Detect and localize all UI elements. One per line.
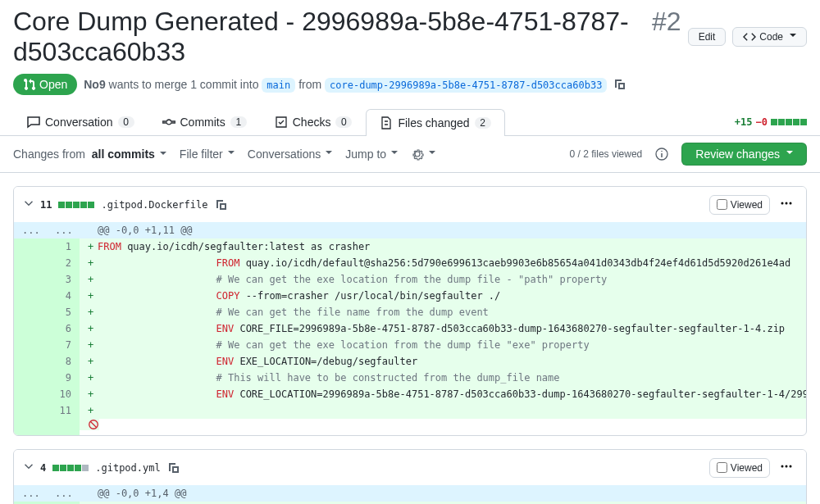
- line-number-old[interactable]: [14, 304, 47, 320]
- expand-hunk[interactable]: ...: [14, 485, 47, 502]
- code-line: + # We can get the exe location from the…: [80, 271, 806, 288]
- file-diffstat-blocks: [52, 465, 89, 471]
- line-number-new[interactable]: 10: [47, 386, 80, 402]
- kebab-icon: [780, 197, 793, 210]
- svg-point-2: [786, 202, 788, 205]
- hunk-header: @@ -0,0 +1,4 @@: [80, 485, 806, 502]
- file-diff: 4.gitpod.yml Viewed......@@ -0,0 +1,4 @@…: [13, 449, 807, 504]
- tab-checks[interactable]: Checks 0: [261, 108, 367, 135]
- file-header: 11.gitpod.Dockerfile Viewed: [14, 187, 806, 222]
- jump-to-dropdown[interactable]: Jump to: [345, 148, 398, 161]
- line-number-old[interactable]: [14, 238, 47, 255]
- code-line: + # This will have to be constructed fro…: [80, 370, 806, 386]
- diff-toolbar: Changes from all commits File filter Con…: [0, 136, 820, 173]
- expand-hunk[interactable]: ...: [47, 222, 80, 238]
- line-number-new[interactable]: 3: [47, 271, 80, 288]
- conversations-dropdown[interactable]: Conversations: [248, 148, 333, 161]
- file-diff-icon: [380, 116, 393, 129]
- commits-count: 1: [230, 116, 247, 128]
- diff-table: ......@@ -0,0 +1,11 @@1+FROM quay.io/icd…: [14, 222, 806, 435]
- file-name[interactable]: .gitpod.Dockerfile: [101, 199, 207, 211]
- viewed-checkbox[interactable]: [717, 199, 727, 210]
- code-button[interactable]: Code: [732, 27, 807, 47]
- files-count: 2: [475, 117, 491, 129]
- file-change-count: 11: [40, 199, 52, 211]
- pr-title: Core Dump Generated - 2996989a-5b8e-4751…: [13, 7, 681, 67]
- gear-icon: [411, 148, 424, 161]
- line-number-old[interactable]: [14, 370, 47, 386]
- code-line: + FROM quay.io/icdh/default@sha256:5d790…: [80, 255, 806, 271]
- diff-settings-dropdown[interactable]: [411, 148, 435, 161]
- info-icon[interactable]: [655, 148, 668, 161]
- line-number-new[interactable]: 11: [47, 402, 80, 419]
- tab-files-changed[interactable]: Files changed 2: [366, 109, 504, 136]
- expand-hunk[interactable]: ...: [47, 485, 80, 502]
- commit-icon: [162, 116, 175, 129]
- pr-title-row: Core Dump Generated - 2996989a-5b8e-4751…: [13, 7, 807, 67]
- line-number-old[interactable]: [14, 386, 47, 402]
- viewed-checkbox[interactable]: [717, 462, 727, 473]
- svg-point-5: [781, 465, 784, 468]
- base-branch[interactable]: main: [262, 78, 295, 93]
- line-number-new[interactable]: 2: [47, 255, 80, 271]
- line-number-new[interactable]: 8: [47, 353, 80, 370]
- line-number-old[interactable]: [14, 402, 47, 419]
- collapse-file-toggle[interactable]: [24, 198, 34, 211]
- line-number-new[interactable]: 4: [47, 288, 80, 304]
- kebab-icon: [780, 460, 793, 473]
- line-number-old[interactable]: [14, 271, 47, 288]
- state-badge: Open: [13, 74, 77, 95]
- review-changes-button[interactable]: Review changes: [681, 143, 807, 166]
- copy-icon[interactable]: [167, 461, 180, 474]
- code-line: + # We can get the exe location from the…: [80, 337, 806, 353]
- line-number-old[interactable]: [14, 288, 47, 304]
- viewed-toggle[interactable]: Viewed: [709, 195, 770, 215]
- pr-tabs: Conversation 0 Commits 1 Checks 0 Files …: [0, 108, 820, 136]
- diffstat: +15 −0: [735, 116, 807, 128]
- line-number-new[interactable]: 9: [47, 370, 80, 386]
- line-number-new[interactable]: 1: [47, 238, 80, 255]
- checks-icon: [275, 116, 288, 129]
- line-number-old[interactable]: [14, 337, 47, 353]
- conversation-count: 0: [118, 116, 134, 128]
- edit-button[interactable]: Edit: [688, 28, 727, 46]
- chevron-down-icon: [24, 198, 34, 208]
- comment-icon: [27, 116, 40, 129]
- file-menu[interactable]: [777, 456, 796, 479]
- no-newline-icon: [88, 419, 99, 430]
- copy-branch-icon[interactable]: [613, 78, 626, 91]
- pr-description: No9 wants to merge 1 commit into main fr…: [84, 78, 607, 91]
- line-number-old[interactable]: [14, 353, 47, 370]
- file-diffstat-blocks: [58, 202, 94, 208]
- pr-number: #2: [652, 7, 681, 37]
- line-number-new[interactable]: 6: [47, 320, 80, 337]
- head-branch[interactable]: core-dump-2996989a-5b8e-4751-8787-d503cc…: [325, 78, 607, 93]
- chevron-down-icon: [24, 461, 34, 471]
- svg-point-1: [781, 202, 784, 205]
- code-line: + ENV CORE_FILE=2996989a-5b8e-4751-8787-…: [80, 320, 806, 337]
- expand-hunk[interactable]: ...: [14, 222, 47, 238]
- file-change-count: 4: [40, 462, 46, 474]
- code-line: + COPY --from=crasher /usr/local/bin/seg…: [80, 288, 806, 304]
- git-pull-request-icon: [23, 78, 36, 91]
- line-number-old[interactable]: [14, 255, 47, 271]
- changes-from-dropdown[interactable]: Changes from all commits: [13, 148, 166, 161]
- no-newline-marker: [80, 419, 99, 430]
- line-number-new[interactable]: 7: [47, 337, 80, 353]
- file-filter-dropdown[interactable]: File filter: [180, 148, 235, 161]
- file-header: 4.gitpod.yml Viewed: [14, 450, 806, 485]
- pr-author[interactable]: No9: [84, 78, 105, 91]
- file-menu[interactable]: [777, 193, 796, 216]
- code-line: + ENV EXE_LOCATION=/debug/segfaulter: [80, 353, 806, 370]
- collapse-file-toggle[interactable]: [24, 461, 34, 474]
- line-number-old[interactable]: [14, 320, 47, 337]
- tab-commits[interactable]: Commits 1: [148, 108, 261, 135]
- copy-icon[interactable]: [215, 198, 228, 211]
- code-line: + ENV CORE_LOCATION=2996989a-5b8e-4751-8…: [80, 386, 806, 402]
- code-line: +FROM quay.io/icdh/segfaulter:latest as …: [80, 238, 806, 255]
- file-name[interactable]: .gitpod.yml: [95, 462, 160, 474]
- viewed-toggle[interactable]: Viewed: [709, 458, 770, 478]
- tab-conversation[interactable]: Conversation 0: [13, 108, 148, 135]
- line-number-new[interactable]: 5: [47, 304, 80, 320]
- svg-point-6: [786, 465, 788, 468]
